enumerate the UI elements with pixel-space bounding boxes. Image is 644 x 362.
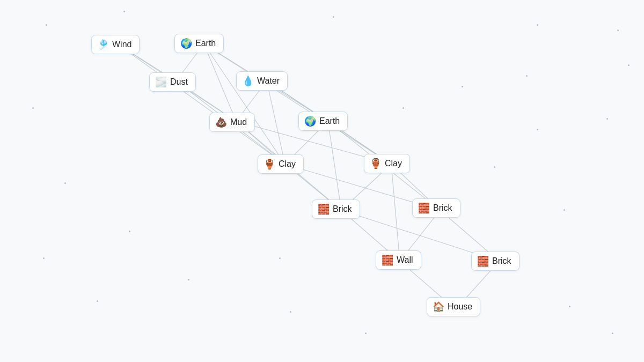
node-emoji-house: 🏠 (433, 301, 444, 313)
node-label-clay1: Clay (279, 159, 296, 169)
node-emoji-brick1: 🧱 (318, 203, 330, 215)
node-wall[interactable]: 🧱Wall (376, 250, 421, 270)
edge (204, 44, 391, 164)
node-earth2[interactable]: 🌍Earth (298, 112, 348, 131)
node-brick1[interactable]: 🧱Brick (312, 200, 360, 219)
node-emoji-brick3: 🧱 (477, 255, 489, 267)
edge (267, 81, 285, 164)
node-clay1[interactable]: 🏺Clay (258, 154, 304, 174)
edge (391, 164, 400, 261)
node-emoji-brick2: 🧱 (418, 202, 430, 214)
node-wind[interactable]: 🎐Wind (91, 35, 140, 54)
node-emoji-clay2: 🏺 (370, 158, 382, 169)
node-label-wall: Wall (397, 255, 413, 265)
node-label-mud: Mud (230, 117, 247, 127)
node-label-house: House (448, 302, 472, 312)
node-label-clay2: Clay (385, 159, 402, 168)
node-emoji-water: 💧 (242, 75, 254, 87)
node-label-brick3: Brick (492, 256, 511, 266)
node-emoji-mud: 💩 (215, 116, 227, 128)
node-label-earth1: Earth (195, 39, 216, 48)
node-brick3[interactable]: 🧱Brick (471, 252, 519, 271)
node-mud[interactable]: 💩Mud (209, 113, 255, 132)
node-emoji-clay1: 🏺 (264, 158, 275, 170)
node-brick2[interactable]: 🧱Brick (412, 198, 460, 218)
node-water[interactable]: 💧Water (236, 71, 288, 91)
node-emoji-earth1: 🌍 (180, 38, 192, 49)
node-label-wind: Wind (112, 40, 131, 49)
node-emoji-earth2: 🌍 (304, 115, 316, 127)
edge (328, 121, 341, 210)
node-label-earth2: Earth (319, 116, 340, 126)
node-emoji-wind: 🎐 (97, 39, 109, 50)
canvas: 🎐Wind🌍Earth🌫️Dust💧Water💩Mud🌍Earth🏺Clay🏺C… (0, 0, 644, 362)
edge (116, 43, 285, 164)
edges-layer (0, 0, 644, 362)
node-label-brick2: Brick (433, 203, 452, 213)
node-emoji-dust: 🌫️ (155, 76, 167, 88)
node-earth1[interactable]: 🌍Earth (174, 34, 224, 53)
node-label-water: Water (257, 76, 280, 86)
node-emoji-wall: 🧱 (382, 254, 393, 266)
node-clay2[interactable]: 🏺Clay (364, 154, 410, 173)
node-house[interactable]: 🏠House (427, 297, 480, 316)
node-dust[interactable]: 🌫️Dust (149, 72, 196, 92)
edge (204, 44, 285, 164)
node-label-brick1: Brick (333, 204, 352, 214)
node-label-dust: Dust (170, 77, 188, 87)
